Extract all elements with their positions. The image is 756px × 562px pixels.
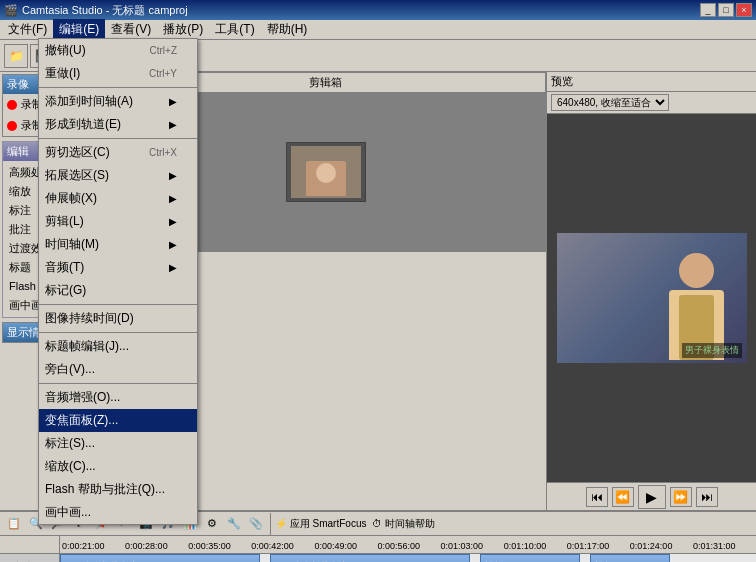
- video-clip-2[interactable]: 里面个个都是人才.mp4: [270, 554, 470, 562]
- time-mark-11: 0:01:31:00: [693, 541, 756, 551]
- toolbar-help[interactable]: ?: [63, 45, 85, 67]
- preview-forward-btn[interactable]: ⏩: [670, 487, 692, 507]
- tl-btn-clip[interactable]: 📋: [4, 515, 24, 533]
- preview-play-btn[interactable]: ▶: [638, 485, 666, 509]
- tl-btn-audio[interactable]: 🎵: [158, 515, 178, 533]
- time-mark-9: 0:01:17:00: [567, 541, 630, 551]
- clip-box-header: 剪辑箱: [106, 73, 545, 93]
- edit-item-flash[interactable]: Flash 帮: [5, 277, 99, 296]
- minimize-button[interactable]: _: [700, 3, 716, 17]
- tl-btn-marker[interactable]: 📌: [92, 515, 112, 533]
- video-clip-3[interactable]: 视频 1: [480, 554, 580, 562]
- record-audio-label: 录制声音...: [21, 118, 74, 133]
- record-audio-btn[interactable]: 录制声音...: [3, 115, 101, 136]
- right-panel: 预览 640x480, 收缩至适合 男子裸身表情: [546, 72, 756, 510]
- edit-item-annotation[interactable]: 标注: [5, 201, 99, 220]
- maximize-button[interactable]: □: [718, 3, 734, 17]
- tl-btn-more2[interactable]: ⚙: [202, 515, 222, 533]
- display-header-label: 显示情...: [7, 325, 49, 340]
- close-button[interactable]: ×: [736, 3, 752, 17]
- tl-btn-zoom-in[interactable]: 🔍: [26, 515, 46, 533]
- display-section: 显示情...: [2, 322, 102, 343]
- title-bar-text: Camtasia Studio - 无标题 camproj: [22, 3, 700, 18]
- preview-next-btn[interactable]: ⏭: [696, 487, 718, 507]
- edit-section: 编辑 高频处理 缩放 标注 批注 过渡效果 标题 Flash 帮 画中画: [2, 141, 102, 318]
- preview-label: 预览: [551, 74, 573, 89]
- video-clip-4[interactable]: 视频 1: [590, 554, 670, 562]
- time-mark-4: 0:00:42:00: [251, 541, 314, 551]
- menu-edit[interactable]: 编辑(E): [53, 19, 105, 40]
- tl-btn-more3[interactable]: 🔧: [224, 515, 244, 533]
- toolbar: 📁 💾 ?: [0, 40, 756, 72]
- edit-item-callout[interactable]: 批注: [5, 220, 99, 239]
- tl-btn-zoom-out[interactable]: 🔎: [48, 515, 68, 533]
- menu-view[interactable]: 查看(V): [105, 19, 157, 40]
- edit-item-transition[interactable]: 过渡效果: [5, 239, 99, 258]
- record-screen-btn[interactable]: 录制屏幕...: [3, 94, 101, 115]
- toolbar-save[interactable]: 💾: [30, 44, 54, 68]
- edit-section-header: 编辑: [3, 142, 101, 161]
- preview-controls-top: 640x480, 收缩至适合: [547, 92, 756, 114]
- preview-resolution-select[interactable]: 640x480, 收缩至适合: [551, 94, 669, 111]
- clip-thumbnails: [278, 134, 374, 210]
- title-bar-buttons: _ □ ×: [700, 3, 752, 17]
- tl-app-label: ⚡ 应用 SmartFocus: [275, 517, 366, 531]
- edit-item-pip[interactable]: 画中画: [5, 296, 99, 315]
- edit-items: 高频处理 缩放 标注 批注 过渡效果 标题 Flash 帮 画中画: [3, 161, 101, 317]
- video-frame: 男子裸身表情: [557, 233, 747, 363]
- edit-item-title[interactable]: 标题: [5, 258, 99, 277]
- menu-bar: 文件(F) 编辑(E) 查看(V) 播放(P) 工具(T) 帮助(H): [0, 20, 756, 40]
- time-mark-10: 0:01:24:00: [630, 541, 693, 551]
- time-ruler: 0:00:21:00 0:00:28:00 0:00:35:00 0:00:42…: [60, 536, 756, 554]
- tl-btn-fit[interactable]: ⤢: [70, 515, 90, 533]
- time-ruler-label: [0, 536, 59, 554]
- center-area: 剪辑箱: [105, 72, 546, 510]
- clip-gap2: [470, 554, 480, 562]
- tl-btn-camera[interactable]: 📷: [136, 515, 156, 533]
- clip-gap3: [580, 554, 590, 562]
- track-row-video: 里面个个都是人才.mp4 里面个个都是人才.mp4 视频 1 视频 1: [60, 554, 756, 562]
- record-dot: [7, 100, 17, 110]
- preview-header: 预览: [547, 72, 756, 92]
- time-mark-2: 0:00:28:00: [125, 541, 188, 551]
- clip-gap: [260, 554, 270, 562]
- clip-box: 剪辑箱: [105, 72, 546, 252]
- time-mark-8: 0:01:10:00: [504, 541, 567, 551]
- preview-prev-btn[interactable]: ⏮: [586, 487, 608, 507]
- track-content: 0:00:21:00 0:00:28:00 0:00:35:00 0:00:42…: [60, 536, 756, 562]
- record-audio-dot: [7, 121, 17, 131]
- tl-sep: [270, 513, 271, 535]
- title-bar: 🎬 Camtasia Studio - 无标题 camproj _ □ ×: [0, 0, 756, 20]
- track-label-video[interactable]: 🔒 视频: [0, 554, 59, 562]
- tl-btn-more1[interactable]: 📊: [180, 515, 200, 533]
- video-track-clips: 里面个个都是人才.mp4 里面个个都是人才.mp4 视频 1 视频 1: [60, 554, 756, 562]
- timeline-toolbar: 📋 🔍 🔎 ⤢ 📌 ✂ 📷 🎵 📊 ⚙ 🔧 📎 ⚡ 应用 SmartFocus …: [0, 512, 756, 536]
- edit-item-highfreq[interactable]: 高频处理: [5, 163, 99, 182]
- display-header: 显示情...: [3, 323, 101, 342]
- record-screen-label: 录制屏幕...: [21, 97, 74, 112]
- tl-help-label: ⏱ 时间轴帮助: [372, 517, 435, 531]
- tl-btn-more4[interactable]: 📎: [246, 515, 266, 533]
- app-icon: 🎬: [4, 4, 18, 17]
- tl-btn-split[interactable]: ✂: [114, 515, 134, 533]
- record-section: 录像 录制屏幕... 录制声音...: [2, 74, 102, 137]
- menu-help[interactable]: 帮助(H): [261, 19, 314, 40]
- main-area: 录像 录制屏幕... 录制声音... 编辑 高频处理 缩放 标注 批注 过渡效果: [0, 72, 756, 510]
- time-mark-3: 0:00:35:00: [188, 541, 251, 551]
- preview-controls-bottom: ⏮ ⏪ ▶ ⏩ ⏭: [547, 482, 756, 510]
- toolbar-open[interactable]: 📁: [4, 44, 28, 68]
- clip-thumb-1[interactable]: [286, 142, 366, 202]
- timeline-tracks: 🔒 视频 变焦 批注 🔒 音频 1 🔒 音频 2 🔒 摘中摘: [0, 536, 756, 562]
- edit-section-label: 编辑: [7, 145, 29, 157]
- menu-tools[interactable]: 工具(T): [209, 19, 260, 40]
- video-clip-1[interactable]: 里面个个都是人才.mp4: [60, 554, 260, 562]
- menu-play[interactable]: 播放(P): [157, 19, 209, 40]
- edit-item-zoom[interactable]: 缩放: [5, 182, 99, 201]
- menu-file[interactable]: 文件(F): [2, 19, 53, 40]
- track-labels: 🔒 视频 变焦 批注 🔒 音频 1 🔒 音频 2 🔒 摘中摘: [0, 536, 60, 562]
- timeline-area: 📋 🔍 🔎 ⤢ 📌 ✂ 📷 🎵 📊 ⚙ 🔧 📎 ⚡ 应用 SmartFocus …: [0, 510, 756, 562]
- toolbar-sep1: [58, 45, 59, 67]
- time-mark-6: 0:00:56:00: [377, 541, 440, 551]
- preview-rewind-btn[interactable]: ⏪: [612, 487, 634, 507]
- clip-box-label: 剪辑箱: [309, 76, 342, 88]
